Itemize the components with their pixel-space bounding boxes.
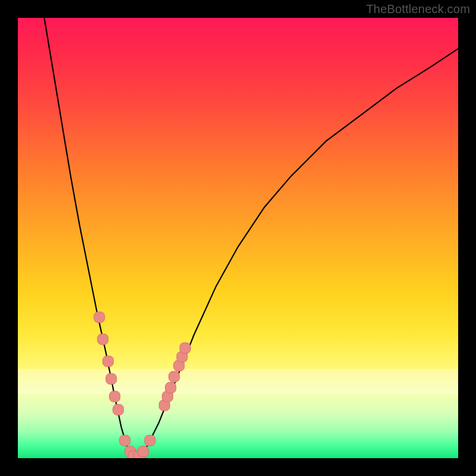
highlight-marker: [134, 450, 145, 458]
outer-frame: TheBottleneck.com: [0, 0, 476, 476]
highlight-marker: [103, 356, 114, 367]
highlight-marker: [129, 450, 139, 458]
highlight-markers-group: [94, 312, 190, 458]
highlight-marker: [125, 446, 136, 457]
highlight-marker: [138, 446, 149, 457]
highlight-marker: [159, 400, 170, 411]
pale-yellow-band: [18, 369, 458, 394]
highlight-marker: [94, 312, 105, 322]
highlight-marker: [120, 435, 130, 446]
highlight-marker: [174, 361, 184, 371]
highlight-marker: [113, 405, 124, 415]
plot-area: [18, 18, 458, 458]
highlight-marker: [106, 374, 117, 384]
highlight-marker: [162, 391, 173, 402]
curve-svg: [18, 18, 458, 458]
watermark-text: TheBottleneck.com: [366, 2, 470, 16]
highlight-marker: [169, 371, 180, 382]
highlight-marker: [98, 334, 108, 345]
highlight-marker: [165, 383, 176, 393]
bottleneck-curve: [44, 18, 458, 458]
highlight-marker: [145, 435, 155, 446]
highlight-marker: [109, 391, 120, 402]
highlight-marker: [180, 343, 190, 353]
highlight-marker: [177, 352, 187, 362]
